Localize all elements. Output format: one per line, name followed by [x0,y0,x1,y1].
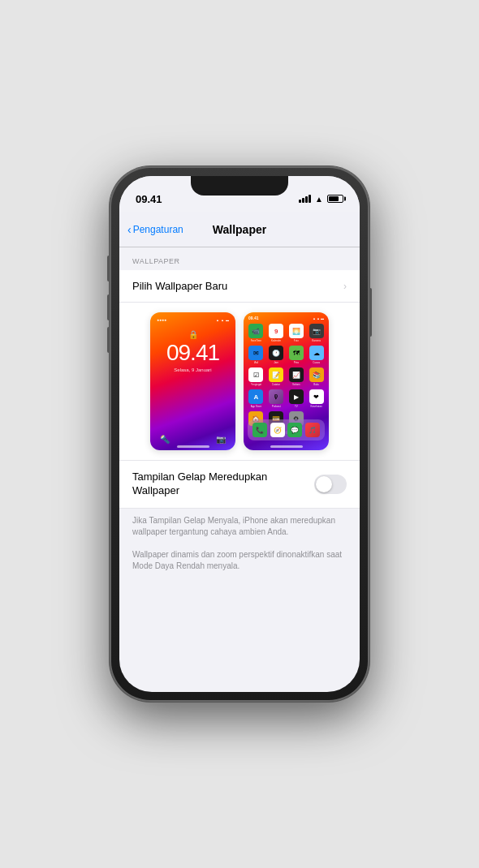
lock-torch-icon: 🔦 [160,435,170,444]
home-status-bar: 09.41 ▲ ▲ ▬ [244,312,329,322]
screen-content: WALLPAPER Pilih Wallpaper Baru › ●●●● ▲ … [119,247,360,692]
lock-screen-preview[interactable]: ●●●● ▲ ▲ ▬ 🔒 09.41 Selasa, 9 Januari 🔦 [150,312,235,450]
toggle-label: Tampilan Gelap Meredupkan Wallpaper [132,471,314,498]
back-label: Pengaturan [133,224,183,235]
home-battery-icon: ▬ [321,316,324,320]
battery-fill [329,196,339,201]
lock-icon: 🔒 [188,330,198,339]
lock-bottom-controls: 🔦 📷 [150,435,235,444]
dock-telepon: 📞 [252,423,267,437]
pick-wallpaper-label: Pilih Wallpaper Baru [132,280,227,292]
pick-wallpaper-row[interactable]: Pilih Wallpaper Baru › [119,270,360,303]
app-grid-row1: 📹 FaceTime 9 Kalender 🌅 Foto [244,322,329,344]
app-grid-row4: A App Store 🎙 Podcast ▶ TV [244,388,329,410]
app-tv: ▶ TV [288,389,305,408]
lock-camera-icon: 📷 [216,435,226,444]
nav-bar: ‹ Pengaturan Wallpaper [119,212,360,247]
phone-frame: 09.41 ▲ ‹ Pengaturan Wallpaper [110,166,369,702]
home-time: 09.41 [248,316,259,320]
app-saham: 📈 Saham [288,367,305,386]
app-podcast: 🎙 Podcast [268,389,285,408]
lock-wallpaper-bg: ●●●● ▲ ▲ ▬ 🔒 09.41 Selasa, 9 Januari 🔦 [150,312,235,450]
app-buku: 📚 Buku [308,367,325,386]
lock-signal-icon: ▲ [216,318,219,322]
dark-mode-toggle-row[interactable]: Tampilan Gelap Meredupkan Wallpaper [119,461,360,509]
app-peta: 🗺 Peta [288,346,305,364]
lock-wifi-icon: ▲ [221,318,224,322]
back-button[interactable]: ‹ Pengaturan [127,223,183,236]
battery-icon [327,195,343,203]
app-facetime: 📹 FaceTime [248,324,265,342]
status-icons: ▲ [299,195,343,204]
chevron-right-icon: › [343,281,347,292]
home-signal-icon: ▲ [313,316,316,320]
app-kalender: 9 Kalender [268,324,285,342]
wifi-icon: ▲ [315,195,323,204]
lock-status-bar: ●●●● ▲ ▲ ▬ [150,317,235,322]
app-mail: ✉ Mail [248,346,265,364]
page-title: Wallpaper [213,223,266,236]
app-cuaca: ☁ Cuaca [308,346,325,364]
app-pengingat: ☑ Pengingat [248,367,265,386]
home-screen-preview[interactable]: 09.41 ▲ ▲ ▬ 📹 FaceTime [244,312,329,450]
app-catatan: 📝 Catatan [268,367,285,386]
description-text-2: Wallpaper dinamis dan zoom perspektif di… [119,543,360,577]
toggle-switch[interactable] [314,475,347,494]
home-wallpaper-bg: 09.41 ▲ ▲ ▬ 📹 FaceTime [244,312,329,450]
wallpaper-previews: ●●●● ▲ ▲ ▬ 🔒 09.41 Selasa, 9 Januari 🔦 [119,303,360,461]
app-grid-row2: ✉ Mail 🕐 Jam 🗺 Peta [244,344,329,366]
dock-pesan: 💬 [287,423,302,437]
app-kamera: 📷 Kamera [308,324,325,342]
app-jam: 🕐 Jam [268,346,285,364]
chevron-left-icon: ‹ [127,223,132,236]
phone-screen: 09.41 ▲ ‹ Pengaturan Wallpaper [119,176,360,692]
lock-battery-icon: ▬ [226,318,229,322]
notch [191,176,288,196]
lock-time: 09.41 [166,340,219,366]
section-header: WALLPAPER [119,247,360,270]
status-time: 09.41 [136,193,162,205]
dock-safari: 🧭 [270,423,285,437]
app-appstore: A App Store [248,389,265,408]
signal-icon [299,195,311,203]
dock-musik: 🎵 [305,423,320,437]
app-foto: 🌅 Foto [288,324,305,342]
description-text-1: Jika Tampilan Gelap Menyala, iPhone akan… [119,509,360,543]
toggle-knob [316,476,332,492]
lock-home-indicator [177,445,209,448]
home-indicator [270,445,303,448]
home-dock: 📞 🧭 💬 🎵 [248,419,325,440]
home-wifi-icon: ▲ [317,316,320,320]
app-grid-row3: ☑ Pengingat 📝 Catatan 📈 Saham [244,366,329,388]
lock-date: Selasa, 9 Januari [174,367,211,372]
app-kesehatan: ❤ Kesehatan [308,389,325,408]
home-status-icons: ▲ ▲ ▬ [313,316,324,320]
